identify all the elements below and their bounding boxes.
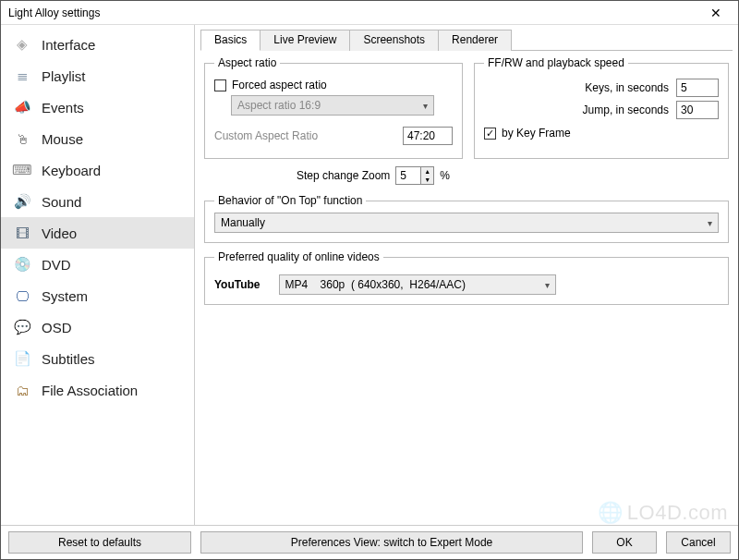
diamond-icon: ◈ bbox=[14, 36, 30, 53]
sidebar-item-label: System bbox=[42, 288, 88, 304]
chevron-down-icon: ▾ bbox=[423, 101, 428, 111]
sidebar-item-label: Keyboard bbox=[42, 163, 101, 178]
step-zoom-input[interactable] bbox=[395, 166, 421, 185]
aspect-ratio-select[interactable]: Aspect ratio 16:9 ▾ bbox=[231, 95, 434, 116]
sidebar-item-label: Subtitles bbox=[42, 351, 95, 367]
sidebar-item-dvd[interactable]: 💿 DVD bbox=[1, 249, 194, 280]
sidebar-item-label: Sound bbox=[42, 194, 81, 210]
step-zoom-label: Step change Zoom bbox=[297, 169, 390, 182]
ffrw-group: FF/RW and playback speed Keys, in second… bbox=[474, 56, 729, 159]
reset-defaults-button[interactable]: Reset to defaults bbox=[8, 531, 191, 554]
preferences-view-button[interactable]: Preferences View: switch to Expert Mode bbox=[200, 531, 583, 554]
quality-group: Preferred quality of online videos YouTu… bbox=[204, 250, 729, 305]
megaphone-icon: 📣 bbox=[14, 99, 30, 116]
sidebar-item-label: Playlist bbox=[42, 68, 86, 84]
tab-bar: Basics Live Preview Screenshots Renderer bbox=[200, 29, 733, 51]
close-button[interactable]: ✕ bbox=[697, 1, 734, 24]
aspect-ratio-group: Aspect ratio Forced aspect ratio Aspect … bbox=[204, 56, 463, 159]
tab-renderer[interactable]: Renderer bbox=[438, 30, 512, 51]
tab-live-preview[interactable]: Live Preview bbox=[260, 30, 350, 51]
chevron-down-icon: ▾ bbox=[708, 218, 712, 228]
forced-aspect-checkbox[interactable] bbox=[214, 79, 226, 91]
footer: Reset to defaults Preferences View: swit… bbox=[1, 525, 738, 559]
jump-seconds-label: Jump, in seconds bbox=[583, 103, 669, 116]
folder-icon: 🗂 bbox=[14, 382, 30, 398]
sidebar-item-playlist[interactable]: ≣ Playlist bbox=[1, 60, 194, 91]
sidebar-item-file-association[interactable]: 🗂 File Association bbox=[1, 374, 194, 406]
spinner-down-icon[interactable]: ▼ bbox=[421, 176, 433, 184]
cancel-button[interactable]: Cancel bbox=[666, 531, 731, 554]
quality-legend: Preferred quality of online videos bbox=[214, 250, 383, 263]
ontop-group: Behavior of "On Top" function Manually ▾ bbox=[204, 194, 729, 243]
sidebar-item-label: Video bbox=[42, 225, 77, 241]
sidebar-item-interface[interactable]: ◈ Interface bbox=[1, 29, 194, 60]
window-title: Light Alloy settings bbox=[5, 6, 100, 19]
sidebar-item-keyboard[interactable]: ⌨ Keyboard bbox=[1, 154, 194, 186]
sidebar-item-label: Mouse bbox=[42, 131, 83, 147]
ontop-select-value: Manually bbox=[221, 216, 265, 229]
sidebar-item-label: File Association bbox=[42, 383, 138, 398]
titlebar: Light Alloy settings ✕ bbox=[1, 1, 738, 25]
sidebar-item-mouse[interactable]: 🖱 Mouse bbox=[1, 123, 194, 154]
tab-screenshots[interactable]: Screenshots bbox=[349, 30, 439, 51]
tab-basics[interactable]: Basics bbox=[200, 30, 260, 51]
sidebar-item-label: DVD bbox=[42, 257, 71, 273]
sidebar-item-label: Events bbox=[42, 100, 84, 116]
keyframe-checkbox[interactable] bbox=[484, 128, 496, 140]
speech-bubble-icon: 💬 bbox=[14, 319, 30, 335]
sidebar-item-video[interactable]: 🎞 Video bbox=[1, 217, 194, 249]
film-icon: 🎞 bbox=[14, 225, 30, 241]
disc-icon: 💿 bbox=[14, 256, 30, 273]
keyboard-icon: ⌨ bbox=[14, 162, 30, 178]
spinner-up-icon[interactable]: ▲ bbox=[421, 167, 433, 176]
keys-seconds-input[interactable] bbox=[676, 79, 719, 97]
quality-select[interactable]: MP4 360p ( 640x360, H264/AAC) ▾ bbox=[279, 274, 556, 295]
sidebar-item-label: OSD bbox=[42, 320, 72, 335]
custom-aspect-input[interactable] bbox=[403, 127, 453, 145]
quality-provider-label: YouTube bbox=[214, 278, 260, 291]
ontop-select[interactable]: Manually ▾ bbox=[214, 213, 719, 233]
sidebar-item-sound[interactable]: 🔊 Sound bbox=[1, 186, 194, 217]
sidebar-item-events[interactable]: 📣 Events bbox=[1, 91, 194, 123]
aspect-ratio-select-value: Aspect ratio 16:9 bbox=[237, 99, 321, 112]
forced-aspect-label: Forced aspect ratio bbox=[232, 79, 327, 91]
jump-seconds-input[interactable] bbox=[676, 101, 719, 119]
settings-window: Light Alloy settings ✕ ◈ Interface ≣ Pla… bbox=[0, 0, 739, 560]
sidebar: ◈ Interface ≣ Playlist 📣 Events 🖱 Mouse … bbox=[1, 25, 195, 525]
step-zoom-spinner[interactable]: ▲ ▼ bbox=[395, 166, 434, 185]
content-area: Basics Live Preview Screenshots Renderer… bbox=[195, 25, 738, 525]
page-icon: 📄 bbox=[14, 350, 30, 367]
ontop-legend: Behavior of "On Top" function bbox=[214, 194, 366, 207]
monitor-icon: 🖵 bbox=[14, 287, 30, 304]
ffrw-legend: FF/RW and playback speed bbox=[484, 56, 628, 69]
quality-select-value: MP4 360p ( 640x360, H264/AAC) bbox=[285, 278, 466, 291]
speaker-icon: 🔊 bbox=[14, 193, 30, 210]
mouse-icon: 🖱 bbox=[14, 130, 30, 147]
keys-seconds-label: Keys, in seconds bbox=[585, 81, 669, 94]
sidebar-item-subtitles[interactable]: 📄 Subtitles bbox=[1, 343, 194, 374]
keyframe-label: by Key Frame bbox=[502, 127, 571, 140]
ok-button[interactable]: OK bbox=[592, 531, 657, 554]
step-zoom-suffix: % bbox=[440, 169, 450, 182]
tab-content-basics: Aspect ratio Forced aspect ratio Aspect … bbox=[200, 51, 733, 525]
sidebar-item-label: Interface bbox=[42, 37, 95, 53]
sidebar-item-system[interactable]: 🖵 System bbox=[1, 280, 194, 311]
chevron-down-icon: ▾ bbox=[545, 280, 550, 290]
list-icon: ≣ bbox=[14, 67, 30, 84]
aspect-ratio-legend: Aspect ratio bbox=[214, 56, 280, 69]
window-body: ◈ Interface ≣ Playlist 📣 Events 🖱 Mouse … bbox=[1, 25, 738, 525]
sidebar-item-osd[interactable]: 💬 OSD bbox=[1, 311, 194, 343]
custom-aspect-label: Custom Aspect Ratio bbox=[214, 129, 318, 142]
